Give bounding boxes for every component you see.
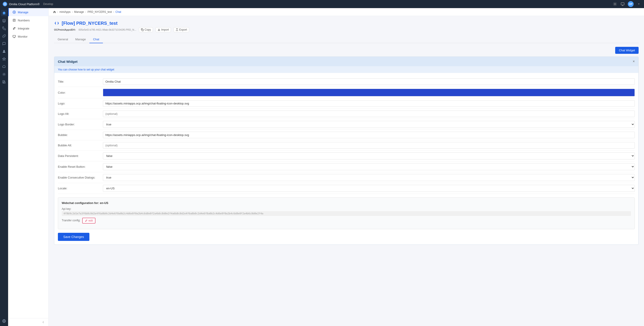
transfer-config-label: Transfer config:	[62, 219, 80, 222]
sidebar-icon-person[interactable]	[1, 48, 7, 54]
sidebar-item-monitor[interactable]: Monitor	[8, 32, 48, 40]
sidebar-icon-phone[interactable]	[1, 25, 7, 32]
label-logo: Logo:	[58, 102, 103, 105]
label-color: Color:	[58, 91, 103, 94]
page-title: [Flow] PRD_NYCERS_test	[62, 21, 118, 26]
app-section: Develop	[43, 2, 53, 6]
input-logo-alt[interactable]	[103, 110, 635, 117]
id-value: 005e5ef2-b795-4421-98ab-0b3271O342f0.PRD…	[78, 28, 136, 31]
sidebar-icon-cloud[interactable]	[1, 64, 7, 70]
chat-widget-button[interactable]: Chat Widget	[615, 47, 638, 54]
copy-button[interactable]: Copy	[139, 27, 153, 32]
breadcrumb-miniapps[interactable]: miniApps	[60, 10, 70, 14]
svg-rect-3	[621, 3, 624, 5]
svg-point-1	[4, 4, 6, 4]
sidebar-icon-puzzle[interactable]	[1, 79, 7, 85]
tab-general[interactable]: General	[54, 36, 72, 43]
input-bubble[interactable]	[103, 132, 635, 138]
breadcrumb-manage[interactable]: Manage	[74, 10, 84, 14]
svg-point-10	[15, 28, 15, 28]
sidebar-icon-globe[interactable]	[1, 318, 7, 324]
label-bubble: Bubble:	[58, 133, 103, 137]
color-input[interactable]	[103, 89, 635, 96]
sidebar-icon-star[interactable]	[1, 56, 7, 62]
control-logo-alt	[103, 110, 635, 117]
control-logo	[103, 100, 635, 107]
sidebar-collapse-btn[interactable]	[8, 318, 48, 326]
form-row-logo-border: Logo Border: true false	[58, 119, 635, 130]
form-row-bubble-alt: Bubble Alt:	[58, 140, 635, 150]
user-avatar[interactable]: OP	[628, 1, 634, 7]
form-row-consecutive-dialogs: Enable Consecutive Dialogs: true false	[58, 172, 635, 183]
label-locale: Locale:	[58, 187, 103, 190]
edit-transfer-config-button[interactable]: edit	[82, 218, 96, 224]
form-row-locale: Locale: en-US es-US fr-FR	[58, 183, 635, 194]
api-key-value: 4f8b9c2d1e7a3f6b8c0d2e4f6a8b0c2d4e6f8a0b…	[62, 211, 631, 216]
select-consecutive-dialogs[interactable]: true false	[103, 174, 635, 181]
webchat-config-section: Webchat configuration for: en-US Api key…	[58, 198, 635, 229]
breadcrumb-home-icon[interactable]	[53, 10, 56, 13]
api-key-field: Api key: 4f8b9c2d1e7a3f6b8c0d2e4f6a8b0c2…	[62, 207, 631, 216]
select-data-persistent[interactable]: false true	[103, 152, 635, 160]
breadcrumb-app[interactable]: PRD_NYCERS_test	[88, 10, 112, 14]
control-color	[103, 89, 635, 96]
sidebar-icon-settings[interactable]	[1, 71, 7, 78]
form-row-data-persistent: Data Persistent: false true	[58, 150, 635, 162]
svg-rect-11	[13, 35, 16, 37]
svg-point-4	[4, 50, 5, 51]
svg-point-5	[4, 74, 5, 75]
sidebar-item-numbers[interactable]: Numbers	[8, 16, 48, 24]
app-body: Manage Numbers Integrate Monitor	[0, 8, 644, 326]
label-bubble-alt: Bubble Alt:	[58, 144, 103, 147]
save-changes-button[interactable]: Save Changes	[58, 233, 90, 241]
input-title[interactable]	[103, 78, 635, 85]
tab-manage[interactable]: Manage	[72, 36, 90, 43]
chat-widget-bar: Chat Widget	[54, 47, 638, 54]
select-enable-reset[interactable]: false true	[103, 163, 635, 170]
sidebar-icon-chat[interactable]	[1, 40, 7, 47]
numbers-icon	[12, 18, 16, 22]
chat-widget-close-button[interactable]: ×	[633, 60, 635, 64]
form-body: Title: Color: Logo:	[54, 73, 638, 244]
content-area: [Flow] PRD_NYCERS_test OCPminiAppsID®: 0…	[49, 16, 644, 249]
import-button[interactable]: Import	[156, 27, 171, 32]
label-title: Title:	[58, 80, 103, 83]
export-button[interactable]: Export	[174, 27, 189, 32]
select-locale[interactable]: en-US es-US fr-FR	[103, 185, 635, 192]
settings-icon[interactable]	[612, 2, 618, 6]
app-brand: Omilia Cloud Platform®	[9, 2, 40, 6]
topbar-left: Omilia Cloud Platform® Develop	[3, 2, 53, 6]
form-row-logo: Logo:	[58, 98, 635, 109]
sidebar-icon-link[interactable]	[1, 33, 7, 39]
svg-rect-12	[142, 29, 144, 31]
dropdown-arrow-icon[interactable]	[636, 2, 641, 6]
monitor-nav-icon	[12, 35, 16, 38]
api-key-label: Api key:	[62, 207, 631, 210]
label-enable-reset: Enable Reset Button:	[58, 165, 103, 168]
id-row: OCPminiAppsID®: 005e5ef2-b795-4421-98ab-…	[54, 27, 638, 32]
label-logo-alt: Logo Alt:	[58, 112, 103, 116]
control-enable-reset: false true	[103, 163, 635, 170]
control-locale: en-US es-US fr-FR	[103, 185, 635, 192]
select-logo-border[interactable]: true false	[103, 121, 635, 128]
input-bubble-alt[interactable]	[103, 142, 635, 148]
sidebar-item-manage[interactable]: Manage	[8, 8, 48, 16]
sidebar-icon-home[interactable]	[1, 10, 7, 16]
integrate-icon	[12, 26, 16, 30]
form-row-enable-reset: Enable Reset Button: false true	[58, 162, 635, 172]
nav-sidebar: Manage Numbers Integrate Monitor	[8, 8, 49, 326]
main-content: › miniApps › Manage › PRD_NYCERS_test › …	[49, 8, 644, 326]
app-logo	[3, 2, 7, 6]
input-logo[interactable]	[103, 100, 635, 107]
breadcrumb-current: Chat	[116, 10, 121, 14]
control-title	[103, 78, 635, 85]
topbar-right: OP	[612, 1, 641, 7]
svg-point-2	[614, 4, 616, 5]
monitor-icon[interactable]	[620, 2, 625, 6]
sidebar-item-integrate[interactable]: Integrate	[8, 24, 48, 32]
id-label: OCPminiAppsID®:	[54, 28, 76, 31]
tab-chat[interactable]: Chat	[90, 36, 103, 43]
form-row-color: Color:	[58, 87, 635, 98]
sidebar-icon-layers[interactable]	[1, 18, 7, 24]
chat-widget-title: Chat Widget	[58, 60, 78, 64]
